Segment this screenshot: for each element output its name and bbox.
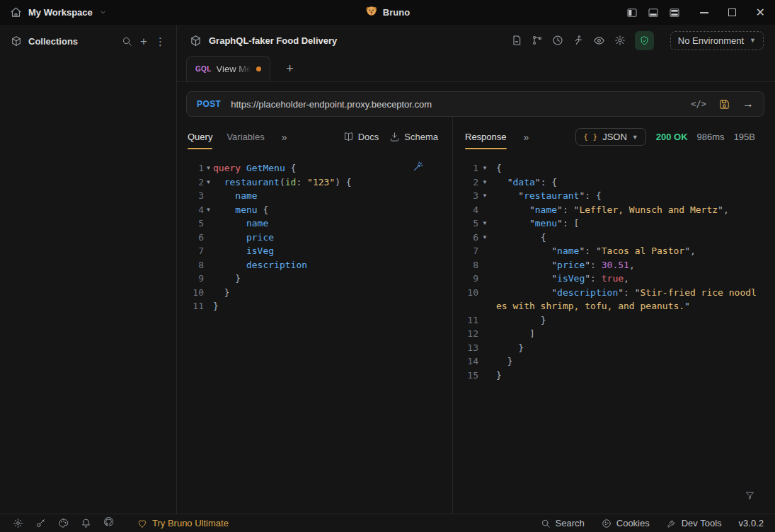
collection-settings-icon[interactable]	[614, 35, 626, 46]
save-request-icon[interactable]	[718, 98, 730, 110]
fold-spacer	[478, 272, 491, 286]
fold-toggle-icon[interactable]: ▼	[204, 175, 213, 190]
generate-code-icon[interactable]: </>	[691, 99, 706, 109]
chevron-down-icon[interactable]	[99, 8, 107, 16]
add-collection-icon[interactable]: +	[140, 35, 147, 47]
collection-runner-icon[interactable]	[573, 35, 584, 46]
theme-palette-icon[interactable]	[58, 518, 69, 528]
code-line: 3 name	[177, 189, 452, 203]
collections-menu-icon[interactable]: ⋮	[155, 36, 166, 47]
code-line: 5▼ "menu": [	[453, 216, 775, 231]
send-request-icon[interactable]: →	[742, 98, 754, 110]
fold-spacer	[478, 327, 491, 341]
fold-toggle-icon[interactable]: ▼	[478, 189, 491, 203]
sidebar: Collections + ⋮	[0, 25, 177, 514]
line-number: 12	[460, 327, 478, 341]
maximize-button[interactable]	[728, 8, 736, 16]
code-text: name	[213, 189, 452, 203]
code-line: 1▼query GetMenu {	[177, 161, 452, 175]
try-bruno-ultimate-link[interactable]: Try Bruno Ultimate	[137, 518, 229, 528]
more-tabs-chevrons-icon[interactable]: »	[282, 132, 287, 143]
environment-label: No Environment	[678, 35, 744, 46]
fold-spacer	[204, 272, 213, 286]
filter-response-icon[interactable]	[745, 490, 755, 501]
response-format-selector[interactable]: { } JSON ▼	[575, 128, 645, 146]
devtools-label: Dev Tools	[682, 518, 722, 528]
line-number: 8	[185, 258, 204, 272]
query-editor[interactable]: 1▼query GetMenu {2▼ restaurant(id: "123"…	[177, 149, 452, 514]
collection-flow-icon[interactable]	[532, 35, 543, 46]
code-text: "restaurant": {	[496, 189, 775, 203]
fold-toggle-icon[interactable]: ▼	[204, 161, 213, 175]
line-number: 15	[460, 369, 478, 383]
fold-spacer	[478, 369, 491, 383]
status-code-badge: 200 OK	[656, 132, 688, 142]
search-collections-icon[interactable]	[122, 36, 132, 47]
http-method[interactable]: POST	[197, 99, 221, 109]
code-line: 15}	[453, 369, 775, 383]
home-icon[interactable]	[10, 6, 22, 18]
code-line: 12 ]	[453, 327, 775, 341]
app-version: v3.0.2	[739, 518, 764, 528]
prettify-wand-icon[interactable]	[413, 161, 424, 172]
workspace-name[interactable]: My Workspace	[28, 7, 93, 18]
fold-toggle-icon[interactable]: ▼	[478, 231, 491, 245]
request-pane: Query Variables » Docs Schema	[177, 117, 452, 514]
toggle-left-panel-icon[interactable]	[626, 7, 638, 18]
close-button[interactable]: ✕	[756, 7, 765, 18]
line-number: 1	[185, 161, 204, 175]
more-tabs-chevrons-icon[interactable]: »	[524, 132, 529, 143]
request-tab[interactable]: GQL View Me	[186, 56, 270, 81]
line-number: 7	[185, 244, 204, 258]
line-number: 8	[460, 258, 478, 272]
devtools-button[interactable]: Dev Tools	[667, 518, 722, 528]
code-text: restaurant(id: "123") {	[213, 175, 452, 190]
tab-variables[interactable]: Variables	[226, 125, 264, 149]
unsaved-changes-dot	[256, 66, 261, 71]
collection-variables-icon[interactable]	[511, 35, 522, 46]
fold-spacer	[204, 189, 213, 203]
collection-security-shield-button[interactable]	[635, 31, 654, 50]
request-url-bar: POST https://placeholder-endpoint.proxy.…	[186, 91, 764, 117]
notifications-bell-icon[interactable]	[81, 518, 91, 528]
line-number: 3	[185, 189, 204, 203]
fold-toggle-icon[interactable]: ▼	[478, 175, 491, 190]
fold-toggle-icon[interactable]: ▼	[204, 203, 213, 217]
environment-selector[interactable]: No Environment ▼	[670, 31, 764, 50]
fold-toggle-icon[interactable]: ▼	[478, 161, 491, 175]
line-number: 6	[185, 231, 204, 245]
collection-cube-icon	[190, 35, 202, 47]
url-input[interactable]: https://placeholder-endpoint.proxy.beece…	[231, 99, 691, 110]
schema-button[interactable]: Schema	[389, 132, 438, 142]
code-line: 1▼{	[453, 161, 775, 175]
code-text: "menu": [	[496, 216, 775, 231]
line-number: 4	[185, 203, 204, 217]
line-number: 1	[460, 161, 478, 175]
tab-response[interactable]: Response	[465, 125, 507, 149]
github-icon[interactable]	[103, 516, 114, 530]
line-number: 14	[460, 354, 478, 369]
collection-history-icon[interactable]	[552, 35, 563, 46]
code-text: ]	[496, 327, 775, 341]
search-button[interactable]: Search	[541, 518, 585, 528]
response-viewer[interactable]: 1▼{2▼ "data": {3▼ "restaurant": {4 "name…	[453, 149, 775, 514]
toggle-bottom-panel-icon[interactable]	[648, 7, 659, 18]
docs-button[interactable]: Docs	[343, 132, 379, 142]
docs-label: Docs	[358, 132, 379, 142]
response-format-label: JSON	[602, 132, 627, 142]
new-tab-button[interactable]: +	[286, 62, 294, 76]
toggle-split-panel-icon[interactable]	[669, 7, 680, 18]
line-number: 13	[460, 341, 478, 355]
cookies-button[interactable]: Cookies	[602, 518, 650, 528]
fold-toggle-icon[interactable]: ▼	[478, 216, 491, 231]
line-number: 9	[185, 272, 204, 286]
minimize-button[interactable]	[700, 12, 708, 13]
code-text: "price": 30.51,	[496, 258, 775, 272]
secrets-key-icon[interactable]	[35, 518, 46, 528]
tab-query[interactable]: Query	[188, 125, 212, 149]
chevron-down-icon: ▼	[632, 134, 638, 141]
collection-watch-icon[interactable]	[593, 35, 605, 47]
fold-spacer	[478, 244, 491, 258]
line-number: 10	[460, 286, 478, 313]
preferences-gear-icon[interactable]	[13, 518, 23, 528]
